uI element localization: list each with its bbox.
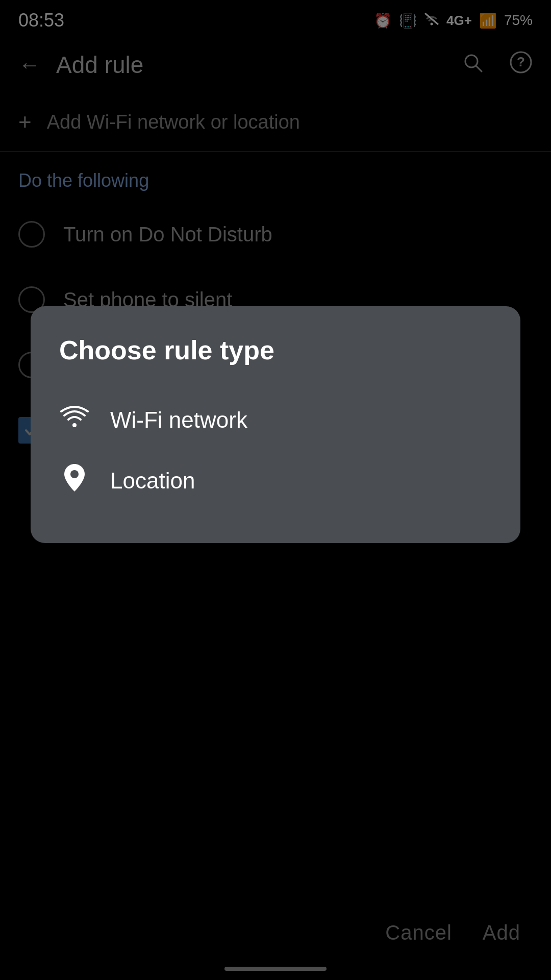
- wifi-icon: [59, 405, 90, 434]
- choose-rule-dialog: Choose rule type Wi-Fi network Location: [31, 306, 520, 543]
- location-label: Location: [110, 468, 195, 494]
- wifi-network-label: Wi-Fi network: [110, 407, 247, 433]
- dialog-title: Choose rule type: [59, 335, 492, 365]
- svg-point-7: [70, 470, 79, 478]
- location-icon: [59, 463, 90, 498]
- wifi-network-option[interactable]: Wi-Fi network: [59, 391, 492, 449]
- location-option[interactable]: Location: [59, 449, 492, 512]
- svg-point-6: [72, 423, 77, 427]
